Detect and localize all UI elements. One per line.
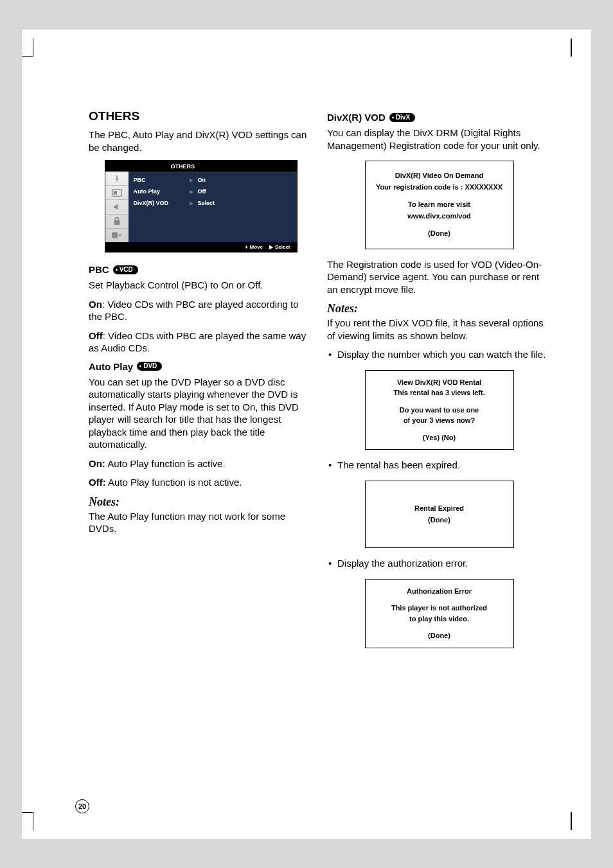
autoplay-desc: You can set up the DVD Player so a DVD d…	[89, 376, 313, 451]
left-column: OTHERS The PBC, Auto Play and DivX(R) VO…	[89, 109, 313, 657]
divx-label: DivX(R) VOD	[327, 112, 386, 123]
others-icon	[105, 229, 129, 242]
osd-illustration: OTHERS PBC Auto Play DivX(R) VOD	[105, 160, 298, 252]
divx-heading: DivX(R) VOD DivX	[327, 112, 551, 123]
notes-text: If you rent the DivX VOD file, it has se…	[327, 317, 551, 342]
osd-labels: PBC Auto Play DivX(R) VOD	[129, 172, 185, 242]
select-hint: ▶Select	[269, 244, 290, 250]
osd-body: PBC Auto Play DivX(R) VOD ▶ ▶ ▶ On Off	[105, 172, 298, 242]
osd-footer: ♦Move ▶Select	[105, 242, 298, 252]
bullet-list: Display the number which you can watch t…	[327, 348, 551, 361]
pbc-label: PBC	[89, 264, 109, 275]
dvd-badge: DVD	[137, 362, 162, 371]
autoplay-on: On: Auto Play function is active.	[89, 457, 313, 470]
notes-heading: Notes:	[89, 495, 313, 509]
intro-text: The PBC, Auto Play and DivX(R) VOD setti…	[89, 128, 313, 154]
triangle-right-icon: ▶	[185, 174, 198, 186]
page-number: 20	[75, 799, 89, 813]
reg-title: DivX(R) Video On Demand	[371, 170, 508, 182]
expired-done: (Done)	[371, 515, 508, 526]
reg-code: Your registration code is : XXXXXXXX	[371, 182, 508, 193]
language-icon	[105, 172, 129, 186]
autoplay-off: Off: Auto Play function is not active.	[89, 476, 313, 489]
rental-left: This rental has 3 views left.	[371, 387, 508, 398]
triangle-right-icon: ▶	[269, 244, 273, 250]
expired-box: Rental Expired (Done)	[365, 481, 514, 548]
autoplay-heading: Auto Play DVD	[89, 361, 313, 372]
off-label: Off	[89, 330, 103, 341]
registration-box: DivX(R) Video On Demand Your registratio…	[365, 161, 514, 249]
svg-rect-2	[114, 220, 120, 225]
notes-heading: Notes:	[327, 302, 551, 315]
content-columns: OTHERS The PBC, Auto Play and DivX(R) VO…	[89, 109, 551, 657]
on-label: On:	[89, 458, 105, 469]
bullet-list: Display the authorization error.	[327, 557, 551, 570]
rental-q1: Do you want to use one	[371, 405, 508, 416]
autoplay-label: Auto Play	[89, 361, 133, 372]
osd-menu: PBC Auto Play DivX(R) VOD ▶ ▶ ▶ On Off	[129, 172, 297, 242]
expired-title: Rental Expired	[371, 503, 508, 515]
right-column: DivX(R) VOD DivX You can display the Div…	[327, 109, 551, 657]
on-label: On	[89, 299, 102, 310]
bullet-auth: Display the authorization error.	[327, 557, 551, 570]
osd-row-label: DivX(R) VOD	[134, 197, 185, 209]
display-icon	[105, 186, 129, 200]
auth-l3: to play this video.	[371, 614, 508, 624]
osd-header: OTHERS	[105, 160, 298, 172]
pbc-desc: Set Playback Control (PBC) to On or Off.	[89, 279, 313, 292]
pbc-on: On: Video CDs with PBC are played accord…	[89, 298, 313, 323]
osd-row-value: Select	[198, 197, 297, 209]
svg-rect-1	[113, 191, 116, 194]
select-label: Select	[275, 244, 290, 250]
pbc-heading: PBC VCD	[89, 264, 313, 275]
auth-l2: This player is not authorized	[371, 603, 508, 614]
triangle-right-icon: ▶	[185, 186, 198, 197]
off-text: Auto Play function is not active.	[106, 477, 242, 488]
crop-mark	[22, 812, 33, 830]
pbc-off: Off: Video CDs with PBC are played the s…	[89, 330, 313, 355]
rental-yesno: (Yes) (No)	[371, 432, 508, 443]
osd-row-value: On	[198, 174, 297, 186]
manual-page: OTHERS The PBC, Auto Play and DivX(R) VO…	[22, 30, 591, 839]
auth-done: (Done)	[371, 630, 508, 641]
on-text: Auto Play function is active.	[105, 458, 226, 469]
osd-arrows: ▶ ▶ ▶	[185, 172, 198, 242]
lock-icon	[105, 215, 129, 229]
updown-icon: ♦	[245, 244, 247, 250]
osd-row-label: PBC	[134, 174, 185, 186]
reg-learn2: www.divx.com/vod	[371, 211, 508, 222]
reg-learn1: To learn more visit	[371, 199, 508, 211]
on-text: : Video CDs with PBC are played accordin…	[89, 299, 299, 323]
divx-intro: You can display the DivX DRM (Digital Ri…	[327, 127, 551, 152]
rental-title: View DivX(R) VOD Rental	[371, 377, 508, 388]
bullet-views: Display the number which you can watch t…	[327, 348, 551, 361]
auth-title: Authorization Error	[371, 586, 508, 597]
move-hint: ♦Move	[245, 244, 263, 250]
audio-icon	[105, 200, 129, 214]
bullet-list: The rental has been expired.	[327, 459, 551, 472]
osd-icon-rail	[105, 172, 129, 242]
svg-rect-3	[112, 233, 118, 238]
osd-row-label: Auto Play	[134, 186, 185, 197]
crop-mark	[22, 39, 33, 57]
osd-values: On Off Select	[198, 172, 297, 242]
notes-text: The Auto Play function may not work for …	[89, 510, 313, 535]
section-title-others: OTHERS	[89, 109, 313, 123]
auth-error-box: Authorization Error This player is not a…	[365, 579, 514, 648]
crop-mark	[571, 812, 582, 830]
rental-q2: of your 3 views now?	[371, 415, 508, 426]
move-label: Move	[249, 244, 262, 250]
osd-row-value: Off	[198, 186, 297, 197]
reg-text: The Registration code is used for VOD (V…	[327, 258, 551, 296]
bullet-expired: The rental has been expired.	[327, 459, 551, 472]
off-text: : Video CDs with PBC are played the same…	[89, 330, 306, 354]
reg-done: (Done)	[371, 228, 508, 240]
vcd-badge: VCD	[113, 265, 138, 274]
triangle-right-icon: ▶	[185, 197, 198, 209]
crop-mark	[571, 39, 582, 57]
divx-badge: DivX	[389, 113, 415, 122]
off-label: Off:	[89, 477, 106, 488]
rental-box: View DivX(R) VOD Rental This rental has …	[365, 370, 514, 450]
